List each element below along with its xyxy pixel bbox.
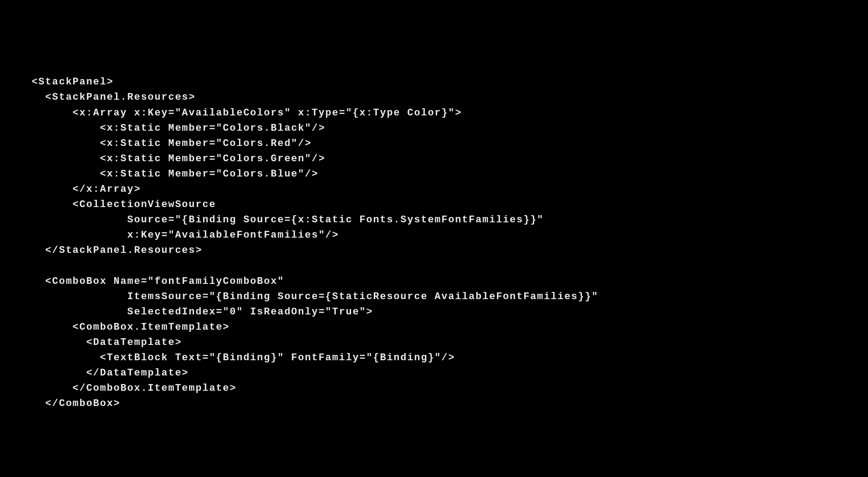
code-line: x:Key="AvailableFontFamilies"/> (18, 230, 339, 241)
xaml-code-block: <StackPanel> <StackPanel.Resources> <x:A… (18, 59, 850, 411)
code-line: </ComboBox> (18, 398, 120, 409)
code-line: ItemsSource="{Binding Source={StaticReso… (18, 291, 598, 302)
code-line: </x:Array> (18, 184, 141, 195)
code-line: <TextBlock Text="{Binding}" FontFamily="… (18, 352, 455, 363)
code-line: <x:Static Member="Colors.Green"/> (18, 153, 325, 164)
code-line: </DataTemplate> (18, 367, 189, 379)
code-line: <ComboBox.ItemTemplate> (18, 322, 230, 333)
code-line: <x:Array x:Key="AvailableColors" x:Type=… (18, 107, 462, 119)
code-line: <x:Static Member="Colors.Black"/> (18, 123, 325, 134)
code-line: <DataTemplate> (18, 337, 182, 348)
code-line: <x:Static Member="Colors.Blue"/> (18, 168, 319, 180)
code-line: <ComboBox Name="fontFamilyComboBox" (18, 276, 284, 287)
code-line: <StackPanel> (31, 76, 113, 88)
code-line: </ComboBox.ItemTemplate> (18, 383, 236, 394)
code-line: Source="{Binding Source={x:Static Fonts.… (18, 214, 544, 225)
code-line: <CollectionViewSource (18, 199, 216, 210)
code-line: SelectedIndex="0" IsReadOnly="True"> (18, 306, 373, 318)
code-line: <x:Static Member="Colors.Red"/> (18, 138, 312, 149)
code-line: </StackPanel.Resources> (18, 245, 202, 256)
code-line: <StackPanel.Resources> (18, 92, 195, 103)
